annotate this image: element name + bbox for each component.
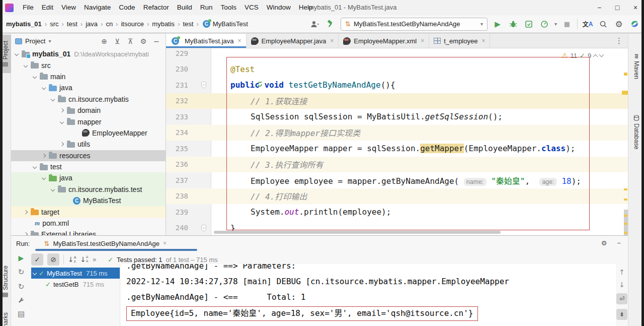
chevron-right-icon[interactable] <box>60 142 64 146</box>
chevron-down-icon[interactable] <box>24 63 28 67</box>
close-tab-icon[interactable]: × <box>330 37 334 44</box>
test-tree-row-root[interactable]: ✓ MyBatisTest 715 ms <box>31 268 120 279</box>
stripe-warning-mark[interactable] <box>622 91 628 95</box>
tree-row-main[interactable]: main <box>11 71 166 82</box>
breadcrumb-project[interactable]: mybatis_01 <box>6 20 42 28</box>
build-hammer-icon[interactable] <box>325 19 336 30</box>
tree-row-mapper[interactable]: mapper <box>11 116 166 127</box>
tree-row-pom[interactable]: m pom.xml <box>11 218 166 229</box>
test-tree-row-method[interactable]: ✓ testGetB 715 ms <box>31 279 120 290</box>
stripe-warning-mark[interactable] <box>624 188 627 190</box>
tree-row-resources[interactable]: resources <box>11 150 166 161</box>
breadcrumb-src[interactable]: src <box>50 20 58 28</box>
auto-test-icon[interactable]: ↻ <box>18 282 25 291</box>
chevron-down-icon[interactable] <box>42 86 46 90</box>
chevron-down-icon[interactable] <box>33 165 37 169</box>
run-settings-gear-icon[interactable]: ⚙ <box>601 236 607 251</box>
run-button[interactable]: ▶ <box>492 19 503 30</box>
chevron-down-icon[interactable] <box>42 176 46 180</box>
chevron-right-icon[interactable] <box>60 108 64 112</box>
tab-options-icon[interactable]: ⋮ <box>615 36 623 45</box>
panel-settings-gear-icon[interactable]: ⚙ <box>138 37 148 45</box>
tree-row-src[interactable]: src <box>11 59 166 71</box>
chevron-down-icon[interactable]: ▾ <box>48 38 51 44</box>
tab-t-employee[interactable]: t_employee × <box>429 34 490 48</box>
tree-row-test[interactable]: test <box>11 161 166 172</box>
menu-file[interactable]: File <box>19 0 38 15</box>
chevron-right-icon[interactable] <box>42 153 46 157</box>
run-configuration-select[interactable]: ⇅ MyBatisTest.testGetByNameAndAge ▾ <box>341 18 488 31</box>
hide-run-panel-icon[interactable]: − <box>617 236 621 251</box>
horizontal-scrollbar[interactable] <box>214 231 501 234</box>
sort-alphabetically-icon[interactable]: ↓az <box>68 255 76 264</box>
chevron-down-icon[interactable] <box>51 187 55 191</box>
search-icon[interactable] <box>598 19 609 30</box>
next-occurrence-icon[interactable]: ↓ <box>619 281 625 289</box>
close-tab-icon[interactable]: × <box>481 37 485 44</box>
breadcrumb-test2[interactable]: test <box>183 20 193 28</box>
stripe-warning-mark[interactable] <box>624 73 627 76</box>
project-panel-title[interactable]: Project <box>25 37 45 45</box>
breadcrumb-itsource[interactable]: itsource <box>121 20 144 28</box>
minimize-button[interactable]: − <box>596 0 603 15</box>
tab-mybatistest-java[interactable]: C MyBatisTest.java × <box>166 34 247 48</box>
profiler-dropdown-icon[interactable]: ▾ <box>554 21 557 27</box>
menu-build[interactable]: Build <box>173 0 196 15</box>
tree-row-test-java[interactable]: java <box>11 172 166 183</box>
vcs-user-icon[interactable] <box>309 19 320 30</box>
editor-body[interactable]: ⚠ 11 ✓ 9 229 230 @Test 231 <box>166 48 628 235</box>
menu-tools[interactable]: Tools <box>216 0 240 15</box>
inspections-widget[interactable]: ⚠ 11 ✓ 9 <box>561 51 603 59</box>
chevron-down-icon[interactable] <box>51 97 55 101</box>
prev-issue-icon[interactable] <box>593 54 598 59</box>
tree-row-target[interactable]: target <box>11 206 166 217</box>
stripe-warning-mark[interactable] <box>624 215 627 217</box>
locate-file-icon[interactable]: ⊕ <box>99 37 109 45</box>
menu-edit[interactable]: Edit <box>38 0 57 15</box>
fold-marker[interactable]: − <box>201 82 206 88</box>
chevron-down-icon[interactable] <box>15 52 19 56</box>
tree-row-package[interactable]: cn.itsource.mybatis <box>11 94 166 105</box>
tree-row-domain[interactable]: domain <box>11 105 166 116</box>
soft-wrap-toggle[interactable]: ⏎ <box>616 293 627 304</box>
scroll-to-end-toggle[interactable]: ⇟ <box>616 309 627 320</box>
coverage-button[interactable] <box>523 19 534 30</box>
close-tab-icon[interactable]: × <box>238 37 242 44</box>
menu-code[interactable]: Code <box>115 0 139 15</box>
rerun-failed-icon[interactable]: ↻ <box>18 268 25 277</box>
tab-employeemapper-java[interactable]: EmployeeMapper.java × <box>247 34 339 48</box>
chevron-down-icon[interactable] <box>33 271 37 275</box>
debug-button[interactable] <box>508 19 519 30</box>
more-actions-icon[interactable]: » <box>93 255 97 264</box>
breadcrumb-mybatis[interactable]: mybatis <box>152 20 175 28</box>
stripe-warning-mark[interactable] <box>624 232 627 234</box>
tree-row-mybatistest[interactable]: C MyBatisTest <box>11 195 166 206</box>
menu-window[interactable]: Window <box>263 0 295 15</box>
tree-row-utils[interactable]: utils <box>11 139 166 150</box>
menu-view[interactable]: View <box>57 0 80 15</box>
translate-icon[interactable]: 文A <box>582 19 593 30</box>
tree-row-test-package[interactable]: cn.itsource.mybatis.test <box>11 184 166 195</box>
wrench-icon[interactable] <box>18 297 25 304</box>
plugin-swirl-icon[interactable] <box>629 19 640 30</box>
tree-row-project-root[interactable]: mybatis_01 D:\IdeaWorkspace\mybati <box>11 48 166 59</box>
menu-run[interactable]: Run <box>196 0 217 15</box>
settings-gear-icon[interactable]: ⚙ <box>613 19 624 30</box>
stripe-warning-mark[interactable] <box>624 223 627 225</box>
close-button[interactable]: × <box>632 0 639 15</box>
next-issue-icon[interactable] <box>599 52 604 57</box>
fold-marker[interactable]: − <box>201 225 206 231</box>
breadcrumb-test[interactable]: test <box>67 20 77 28</box>
breadcrumb-class[interactable]: MyBatisTest <box>213 20 248 28</box>
tab-employeemapper-xml[interactable]: EmployeeMapper.xml × <box>339 34 429 48</box>
hide-panel-icon[interactable]: − <box>151 37 162 45</box>
close-run-tab-icon[interactable]: × <box>163 240 167 247</box>
profiler-button[interactable] <box>539 19 550 30</box>
run-tab[interactable]: ⇅ MyBatisTest.testGetByNameAndAge × <box>44 240 167 247</box>
test-console[interactable]: .getByNameAndAge] - ==> Parameters: 2022… <box>120 264 616 326</box>
chevron-down-icon[interactable] <box>33 75 37 79</box>
expand-all-icon[interactable]: ⊻ <box>112 37 122 45</box>
chevron-right-icon[interactable] <box>24 210 28 214</box>
show-ignored-toggle[interactable]: ⊘ <box>47 253 59 266</box>
tree-row-external-libraries[interactable]: External Libraries <box>11 229 166 235</box>
